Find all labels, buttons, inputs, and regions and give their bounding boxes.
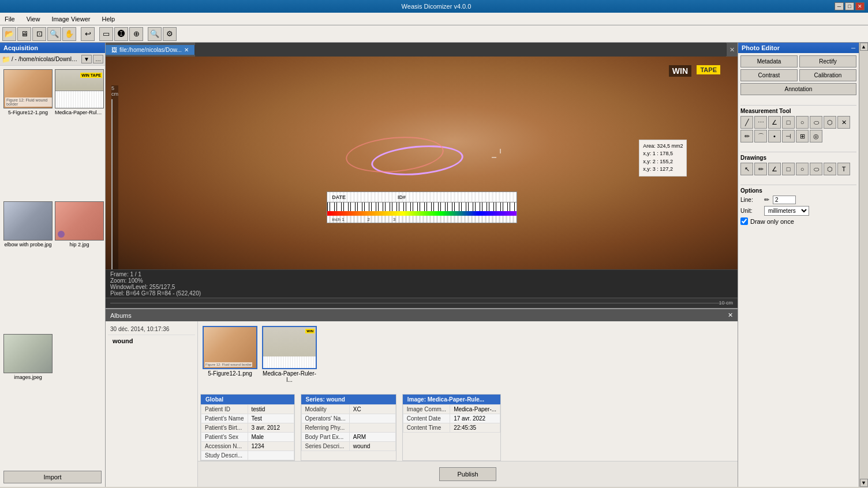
albums-close-button[interactable]: ✕ [728, 311, 733, 319]
draw-pen-btn[interactable]: ✏ [754, 163, 767, 175]
measure-label-btn[interactable]: ⊞ [796, 130, 809, 142]
folder-path: / - /home/nicolas/Downloads/wounds [12, 56, 80, 62]
tool-pan[interactable]: ✋ [62, 27, 76, 41]
cursor-indicator [497, 155, 503, 160]
measure-square-btn[interactable]: □ [782, 116, 795, 129]
tool-zoom-fit[interactable]: ⊡ [32, 27, 46, 41]
list-item[interactable]: Figure 12: Fluid wound border 5-Figure12… [3, 69, 53, 199]
photo-editor-close[interactable]: ─ [851, 45, 855, 51]
album-name: wound [108, 335, 195, 347]
close-button[interactable]: ✕ [855, 2, 865, 10]
measure-pen-btn[interactable]: ✏ [740, 130, 753, 142]
measure-circle2-btn[interactable]: ◎ [810, 130, 822, 142]
measure-angle-btn[interactable]: ∠ [768, 116, 781, 129]
draw-text-btn[interactable]: T [837, 163, 850, 175]
measure-curve-btn[interactable]: ⌒ [754, 130, 767, 142]
measure-circle-btn[interactable]: ○ [796, 116, 809, 129]
table-row: Referring Phy... [301, 423, 395, 433]
val-referring [349, 423, 395, 433]
metadata-button[interactable]: Metadata [740, 55, 798, 67]
image-viewer[interactable]: 5 cm WIN TAPE DATE ID [106, 57, 738, 269]
thumbnail-grid: Figure 12: Fluid wound border 5-Figure12… [0, 66, 105, 467]
measure-cobb-btn[interactable]: ⊣ [782, 130, 795, 142]
measure-polygon-btn[interactable]: ⬡ [824, 116, 836, 129]
tool-dicom[interactable]: 🖥 [17, 27, 31, 41]
options-title: Options [740, 185, 856, 194]
draw-ellipse-btn[interactable]: ⬭ [810, 163, 822, 175]
table-row: Patient's Birt...3 avr. 2012 [201, 423, 294, 433]
list-item[interactable]: images.jpeg [3, 334, 53, 464]
image-table-header: Image: Medica-Paper-Rule... [403, 395, 500, 404]
rectify-button[interactable]: Rectify [799, 55, 856, 67]
top-button-row: Metadata Rectify [740, 55, 856, 67]
table-row: Patient's NameTest [201, 414, 294, 423]
right-scrollbar[interactable]: ▲ ▼ [859, 43, 868, 487]
tool-rect-select[interactable]: ▭ [99, 27, 113, 41]
albums-title: Albums [110, 312, 132, 319]
folder-options-button[interactable]: … [93, 55, 103, 63]
tab-close-button[interactable]: ✕ [184, 47, 189, 53]
menu-file[interactable]: File [2, 14, 17, 24]
maximize-button[interactable]: □ [845, 2, 854, 10]
contrast-button[interactable]: Contrast [740, 69, 798, 81]
menu-image-viewer[interactable]: Image Viewer [49, 14, 92, 24]
photo-editor-title: Photo Editor [742, 44, 780, 51]
measure-line-btn[interactable]: ╱ [740, 116, 753, 129]
measure-ellipse-btn[interactable]: ⬭ [810, 116, 822, 129]
measure-x-btn[interactable]: ✕ [837, 116, 850, 129]
list-item[interactable]: WIN TAPE Medica-Paper-Ruler-Inch-... [55, 69, 104, 199]
scroll-down-button[interactable]: ▼ [860, 479, 868, 487]
albums-content: 30 déc. 2014, 10:17:36 wound Figure 12: … [106, 321, 738, 487]
list-item[interactable]: Figure 12: Fluid wound border 5-Figure12… [203, 326, 257, 377]
draw-only-once-checkbox[interactable] [740, 217, 748, 225]
title-bar-buttons[interactable]: ─ □ ✕ [835, 2, 865, 10]
tool-open[interactable]: 📂 [2, 27, 16, 41]
menu-bar: File View Image Viewer Help [0, 13, 868, 25]
thumbnail-label: hip 2.jpg [69, 242, 89, 247]
image-table: Image Comm...Medica-Paper-... Content Da… [403, 404, 500, 433]
menu-help[interactable]: Help [99, 14, 117, 24]
draw-polygon-btn[interactable]: ⬡ [824, 163, 836, 175]
annotation-button[interactable]: Annotation [740, 83, 856, 95]
tool-crosshair[interactable]: ⊕ [129, 27, 143, 41]
measure-point-btn[interactable]: • [768, 130, 781, 142]
tool-search[interactable]: 🔍 [148, 27, 162, 41]
area-value: Area: 324,5 mm2 [643, 142, 683, 151]
draw-circle-btn[interactable]: ○ [796, 163, 809, 175]
val-study-desc [248, 451, 294, 460]
list-item[interactable]: elbow with probe.jpg [3, 201, 53, 331]
scroll-up-button[interactable]: ▲ [860, 43, 868, 51]
val-series-desc: wound [349, 442, 395, 451]
line-option-row: Line: ✏ [740, 196, 856, 204]
toolbar: 📂 🖥 ⊡ 🔍 ✋ ↩ ▭ 🅘 ⊕ 🔍 ⚙ [0, 25, 868, 43]
draw-angle-btn[interactable]: ∠ [768, 163, 781, 175]
val-accession: 1234 [248, 442, 294, 451]
line-value-input[interactable] [773, 196, 796, 204]
viewer-tab[interactable]: 🖼 file:/home/nicolas/Dow... ✕ [106, 45, 195, 55]
unit-label: Unit: [740, 208, 761, 214]
table-row: Patient's SexMale [201, 433, 294, 442]
table-row: Patient IDtestid [201, 405, 294, 414]
calibration-button[interactable]: Calibration [799, 69, 856, 81]
unit-select[interactable]: millimeters centimeters inches pixels [764, 206, 809, 216]
panel-close-button[interactable]: ✕ [726, 43, 738, 56]
measure-polyline-btn[interactable]: ⋯ [754, 116, 767, 129]
folder-browse-button[interactable]: ▼ [81, 55, 92, 63]
tool-settings[interactable]: ⚙ [163, 27, 177, 41]
draw-select-btn[interactable]: ↖ [740, 163, 753, 175]
minimize-button[interactable]: ─ [835, 2, 844, 10]
import-button[interactable]: Import [3, 471, 102, 483]
tool-zoom-in[interactable]: 🔍 [47, 27, 61, 41]
coord3: x,y: 3 : 127,2 [643, 166, 683, 174]
list-item[interactable]: WIN Medica-Paper-Ruler-l... [262, 326, 317, 383]
publish-button[interactable]: Publish [439, 467, 496, 481]
drawings-section: Drawings ↖ ✏ ∠ □ ○ ⬭ ⬡ T [738, 146, 859, 179]
bottom-actions: Publish [198, 461, 738, 487]
image-metadata-table: Image: Medica-Paper-Rule... Image Comm..… [402, 394, 501, 461]
draw-rect-btn[interactable]: □ [782, 163, 795, 175]
list-item[interactable]: hip 2.jpg [55, 201, 104, 331]
tool-annotate[interactable]: 🅘 [114, 27, 128, 41]
tool-undo[interactable]: ↩ [81, 27, 95, 41]
menu-view[interactable]: View [24, 14, 43, 24]
right-panel: Photo Editor ─ Metadata Rectify Contrast… [738, 43, 859, 487]
